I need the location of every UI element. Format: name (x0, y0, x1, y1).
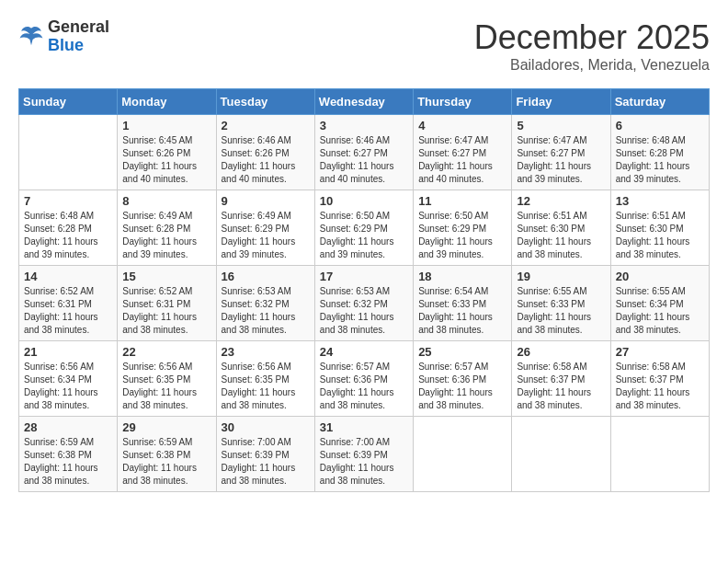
calendar-cell (19, 115, 118, 190)
calendar-cell (512, 417, 610, 492)
cell-info: Sunrise: 6:46 AMSunset: 6:27 PMDaylight:… (320, 134, 408, 186)
day-number: 20 (616, 270, 704, 283)
cell-info: Sunrise: 7:00 AMSunset: 6:39 PMDaylight:… (222, 436, 310, 488)
cell-info: Sunrise: 6:47 AMSunset: 6:27 PMDaylight:… (418, 134, 506, 186)
cell-info: Sunrise: 6:50 AMSunset: 6:29 PMDaylight:… (320, 210, 408, 261)
cell-info: Sunrise: 6:53 AMSunset: 6:32 PMDaylight:… (222, 285, 310, 337)
day-number: 27 (616, 345, 704, 359)
calendar-cell: 7Sunrise: 6:48 AMSunset: 6:28 PMDaylight… (19, 190, 118, 266)
calendar-week-1: 1Sunrise: 6:45 AMSunset: 6:26 PMDaylight… (19, 115, 710, 190)
day-number: 13 (616, 194, 704, 208)
cell-info: Sunrise: 6:57 AMSunset: 6:36 PMDaylight:… (320, 361, 408, 412)
day-number: 16 (222, 270, 310, 283)
day-number: 3 (320, 119, 408, 132)
cell-info: Sunrise: 6:54 AMSunset: 6:33 PMDaylight:… (418, 285, 506, 337)
calendar-cell: 2Sunrise: 6:46 AMSunset: 6:26 PMDaylight… (216, 115, 314, 190)
day-number: 22 (122, 345, 210, 359)
day-header-wednesday: Wednesday (314, 89, 413, 115)
cell-info: Sunrise: 6:49 AMSunset: 6:29 PMDaylight:… (222, 210, 310, 261)
day-number: 29 (122, 420, 210, 434)
day-number: 14 (24, 270, 112, 283)
day-header-sunday: Sunday (19, 89, 118, 115)
day-number: 26 (517, 345, 605, 359)
day-number: 7 (24, 194, 112, 208)
calendar-cell: 31Sunrise: 7:00 AMSunset: 6:39 PMDayligh… (314, 417, 413, 492)
calendar-cell: 27Sunrise: 6:58 AMSunset: 6:37 PMDayligh… (610, 341, 709, 417)
day-number: 18 (418, 270, 506, 283)
calendar-cell: 30Sunrise: 7:00 AMSunset: 6:39 PMDayligh… (216, 417, 314, 492)
cell-info: Sunrise: 6:57 AMSunset: 6:36 PMDaylight:… (418, 361, 506, 412)
location-subtitle: Bailadores, Merida, Venezuela (474, 57, 710, 74)
cell-info: Sunrise: 7:00 AMSunset: 6:39 PMDaylight:… (320, 436, 408, 488)
calendar-cell: 23Sunrise: 6:56 AMSunset: 6:35 PMDayligh… (216, 341, 314, 417)
day-header-thursday: Thursday (414, 89, 512, 115)
cell-info: Sunrise: 6:47 AMSunset: 6:27 PMDaylight:… (517, 134, 605, 186)
calendar-week-4: 21Sunrise: 6:56 AMSunset: 6:34 PMDayligh… (19, 341, 710, 417)
day-number: 19 (517, 270, 605, 283)
cell-info: Sunrise: 6:55 AMSunset: 6:34 PMDaylight:… (616, 285, 704, 337)
calendar-cell: 16Sunrise: 6:53 AMSunset: 6:32 PMDayligh… (216, 266, 314, 341)
day-number: 1 (122, 119, 210, 132)
calendar-cell: 8Sunrise: 6:49 AMSunset: 6:28 PMDaylight… (118, 190, 216, 266)
cell-info: Sunrise: 6:58 AMSunset: 6:37 PMDaylight:… (616, 361, 704, 412)
calendar-cell: 19Sunrise: 6:55 AMSunset: 6:33 PMDayligh… (512, 266, 610, 341)
cell-info: Sunrise: 6:48 AMSunset: 6:28 PMDaylight:… (616, 134, 704, 186)
calendar-cell: 17Sunrise: 6:53 AMSunset: 6:32 PMDayligh… (314, 266, 413, 341)
calendar-cell (610, 417, 709, 492)
calendar-cell (414, 417, 512, 492)
cell-info: Sunrise: 6:52 AMSunset: 6:31 PMDaylight:… (122, 285, 210, 337)
cell-info: Sunrise: 6:56 AMSunset: 6:34 PMDaylight:… (24, 361, 112, 412)
day-number: 25 (418, 345, 506, 359)
day-number: 11 (418, 194, 506, 208)
calendar-cell: 26Sunrise: 6:58 AMSunset: 6:37 PMDayligh… (512, 341, 610, 417)
page-header: General Blue December 2025 Bailadores, M… (18, 18, 710, 74)
day-header-friday: Friday (512, 89, 610, 115)
cell-info: Sunrise: 6:51 AMSunset: 6:30 PMDaylight:… (517, 210, 605, 261)
calendar-cell: 13Sunrise: 6:51 AMSunset: 6:30 PMDayligh… (610, 190, 709, 266)
calendar-cell: 29Sunrise: 6:59 AMSunset: 6:38 PMDayligh… (118, 417, 216, 492)
day-number: 23 (222, 345, 310, 359)
cell-info: Sunrise: 6:58 AMSunset: 6:37 PMDaylight:… (517, 361, 605, 412)
logo: General Blue (18, 18, 109, 55)
day-header-saturday: Saturday (610, 89, 709, 115)
day-number: 24 (320, 345, 408, 359)
calendar-cell: 6Sunrise: 6:48 AMSunset: 6:28 PMDaylight… (610, 115, 709, 190)
day-header-tuesday: Tuesday (216, 89, 314, 115)
day-number: 12 (517, 194, 605, 208)
day-number: 2 (222, 119, 310, 132)
calendar-cell: 10Sunrise: 6:50 AMSunset: 6:29 PMDayligh… (314, 190, 413, 266)
calendar-cell: 22Sunrise: 6:56 AMSunset: 6:35 PMDayligh… (118, 341, 216, 417)
cell-info: Sunrise: 6:56 AMSunset: 6:35 PMDaylight:… (122, 361, 210, 412)
calendar-cell: 11Sunrise: 6:50 AMSunset: 6:29 PMDayligh… (414, 190, 512, 266)
day-number: 5 (517, 119, 605, 132)
calendar-cell: 18Sunrise: 6:54 AMSunset: 6:33 PMDayligh… (414, 266, 512, 341)
calendar-cell: 1Sunrise: 6:45 AMSunset: 6:26 PMDaylight… (118, 115, 216, 190)
logo-general: General (48, 18, 109, 37)
day-number: 17 (320, 270, 408, 283)
calendar-week-5: 28Sunrise: 6:59 AMSunset: 6:38 PMDayligh… (19, 417, 710, 492)
calendar-cell: 12Sunrise: 6:51 AMSunset: 6:30 PMDayligh… (512, 190, 610, 266)
calendar-cell: 14Sunrise: 6:52 AMSunset: 6:31 PMDayligh… (19, 266, 118, 341)
month-title: December 2025 (474, 18, 710, 57)
day-number: 6 (616, 119, 704, 132)
day-number: 4 (418, 119, 506, 132)
day-header-monday: Monday (118, 89, 216, 115)
calendar-cell: 4Sunrise: 6:47 AMSunset: 6:27 PMDaylight… (414, 115, 512, 190)
calendar-cell: 15Sunrise: 6:52 AMSunset: 6:31 PMDayligh… (118, 266, 216, 341)
day-number: 31 (320, 420, 408, 434)
calendar-week-3: 14Sunrise: 6:52 AMSunset: 6:31 PMDayligh… (19, 266, 710, 341)
logo-blue: Blue (48, 37, 109, 55)
cell-info: Sunrise: 6:49 AMSunset: 6:28 PMDaylight:… (122, 210, 210, 261)
logo-text: General Blue (48, 18, 109, 55)
calendar-cell: 21Sunrise: 6:56 AMSunset: 6:34 PMDayligh… (19, 341, 118, 417)
day-number: 8 (122, 194, 210, 208)
cell-info: Sunrise: 6:51 AMSunset: 6:30 PMDaylight:… (616, 210, 704, 261)
day-number: 10 (320, 194, 408, 208)
calendar-cell: 24Sunrise: 6:57 AMSunset: 6:36 PMDayligh… (314, 341, 413, 417)
day-number: 30 (222, 420, 310, 434)
calendar-cell: 9Sunrise: 6:49 AMSunset: 6:29 PMDaylight… (216, 190, 314, 266)
cell-info: Sunrise: 6:48 AMSunset: 6:28 PMDaylight:… (24, 210, 112, 261)
title-block: December 2025 Bailadores, Merida, Venezu… (474, 18, 710, 74)
calendar-week-2: 7Sunrise: 6:48 AMSunset: 6:28 PMDaylight… (19, 190, 710, 266)
cell-info: Sunrise: 6:59 AMSunset: 6:38 PMDaylight:… (24, 436, 112, 488)
